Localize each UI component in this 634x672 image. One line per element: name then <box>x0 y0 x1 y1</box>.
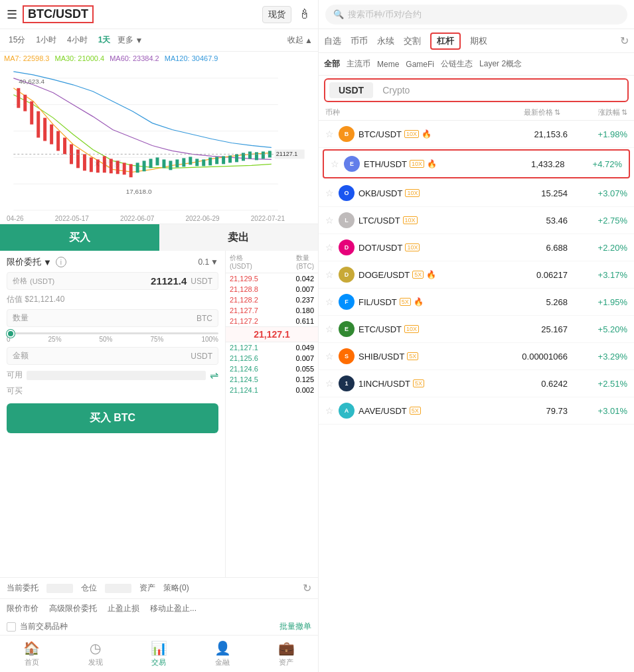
market-item-shib[interactable]: ☆ S SHIB/USDT 5X 0.00001066 +3.29% <box>319 343 634 370</box>
tf-1d[interactable]: 1天 <box>95 33 114 47</box>
star-icon-eth[interactable]: ☆ <box>331 159 341 169</box>
star-icon-ltc[interactable]: ☆ <box>325 215 336 226</box>
right-panel: 🔍 搜索币种/币对/合约 自选 币币 永续 交割 杠杆 期权 ↻ 全部 主流币 … <box>319 0 634 672</box>
cat-tab-spot[interactable]: 币币 <box>351 35 368 47</box>
sub-tab-tpsl[interactable]: 止盈止损 <box>108 603 139 614</box>
ob-bid-4[interactable]: 21,124.1 0.002 <box>226 385 318 395</box>
ob-ask-0[interactable]: 21,129.5 0.042 <box>226 273 318 284</box>
batch-cancel-button[interactable]: 批量撤单 <box>279 621 311 632</box>
sub-tab-limit[interactable]: 限价市价 <box>7 603 39 614</box>
sort-change-icon[interactable]: ⇅ <box>621 108 627 117</box>
ob-bid-1[interactable]: 21,125.6 0.007 <box>226 353 318 364</box>
coin-price-1inch: 0.6242 <box>478 379 568 389</box>
nav-finance[interactable]: 👤 金融 <box>191 640 254 667</box>
filter-meme[interactable]: Meme <box>377 60 399 69</box>
star-icon-shib[interactable]: ☆ <box>325 351 336 362</box>
star-icon-fil[interactable]: ☆ <box>325 297 336 307</box>
tf-collapse[interactable]: 收起 ▲ <box>287 34 313 46</box>
filter-gamefi[interactable]: GameFi <box>406 60 434 69</box>
transfer-icon[interactable]: ⇌ <box>210 369 218 381</box>
filter-layer2[interactable]: Layer 2概念 <box>479 58 522 70</box>
star-icon-btc[interactable]: ☆ <box>325 129 336 139</box>
amount-input[interactable]: 金额 USDT <box>7 347 218 365</box>
cat-tab-delivery[interactable]: 交割 <box>404 35 421 47</box>
filter-mainstream[interactable]: 主流币 <box>347 58 370 70</box>
nav-discover[interactable]: ◷ 发现 <box>64 640 127 667</box>
star-icon-dot[interactable]: ☆ <box>325 242 336 253</box>
slider-track[interactable] <box>7 332 218 334</box>
star-icon-1inch[interactable]: ☆ <box>325 378 336 389</box>
ob-ask-1[interactable]: 21,128.8 0.007 <box>226 284 318 295</box>
tab-current-orders[interactable]: 当前委托 <box>7 582 39 594</box>
pair-title[interactable]: BTC/USDT <box>23 5 94 23</box>
cur-tab-crypto[interactable]: Crypto <box>373 82 419 98</box>
buy-sell-tabs: 买入 卖出 <box>0 224 318 251</box>
current-symbol-checkbox[interactable] <box>7 622 16 632</box>
info-icon[interactable]: i <box>56 257 66 267</box>
menu-icon[interactable]: ☰ <box>7 7 17 22</box>
size-select[interactable]: 0.1 ▼ <box>198 257 218 267</box>
filter-all[interactable]: 全部 <box>324 58 340 70</box>
qty-input[interactable]: 数量 BTC <box>7 309 218 327</box>
sub-tab-advanced[interactable]: 高级限价委托 <box>49 603 97 614</box>
market-item-eth[interactable]: ☆ E ETH/USDT 10X 🔥 1,433.28 +4.72% <box>323 149 630 178</box>
coin-info-fil: FIL/USDT 5X 🔥 <box>358 297 478 307</box>
tab-assets[interactable]: 资产 <box>139 582 155 594</box>
star-icon-etc[interactable]: ☆ <box>325 324 336 334</box>
market-item-fil[interactable]: ☆ F FIL/USDT 5X 🔥 5.268 +1.95% <box>319 289 634 316</box>
tab-position[interactable]: 仓位 <box>81 582 97 594</box>
nav-trade[interactable]: 📊 交易 <box>127 640 191 667</box>
ob-ask-4[interactable]: 21,127.2 0.611 <box>226 316 318 326</box>
candle-icon[interactable]: 🕯 <box>298 7 311 22</box>
cat-tab-watchlist[interactable]: 自选 <box>324 35 341 47</box>
coin-price-aave: 79.73 <box>478 406 568 416</box>
svg-rect-25 <box>143 161 146 171</box>
market-item-1inch[interactable]: ☆ 1 1INCH/USDT 5X 0.6242 +2.51% <box>319 370 634 397</box>
slider-thumb[interactable] <box>7 330 15 338</box>
order-type-select[interactable]: 限价委托 ▼ <box>7 256 52 268</box>
ob-ask-2[interactable]: 21,128.2 0.237 <box>226 295 318 305</box>
coin-info-shib: SHIB/USDT 5X <box>358 352 478 362</box>
coin-info-okb: OKB/USDT 10X <box>358 188 478 198</box>
star-icon-okb[interactable]: ☆ <box>325 188 336 198</box>
nav-assets[interactable]: 💼 资产 <box>254 640 318 667</box>
ob-bid-2[interactable]: 21,124.6 0.055 <box>226 364 318 374</box>
market-item-aave[interactable]: ☆ A AAVE/USDT 5X 79.73 +3.01% <box>319 397 634 425</box>
cat-tab-leverage[interactable]: 杠杆 <box>430 33 461 50</box>
market-item-dot[interactable]: ☆ D DOT/USDT 10X 6.688 +2.20% <box>319 234 634 261</box>
cat-tab-perpetual[interactable]: 永续 <box>377 35 394 47</box>
sort-price-icon[interactable]: ⇅ <box>554 108 560 117</box>
cur-tab-usdt[interactable]: USDT <box>329 82 373 98</box>
ob-ask-3[interactable]: 21,127.7 0.180 <box>226 305 318 316</box>
market-item-btc[interactable]: ☆ B BTC/USDT 10X 🔥 21,153.6 +1.98% <box>319 121 634 148</box>
tab-strategy[interactable]: 策略(0) <box>163 582 189 594</box>
sub-tab-trailing[interactable]: 移动止盈止... <box>150 603 197 614</box>
market-item-doge[interactable]: ☆ D DOGE/USDT 5X 🔥 0.06217 +3.17% <box>319 261 634 289</box>
star-icon-doge[interactable]: ☆ <box>325 269 336 280</box>
buy-button[interactable]: 买入 BTC <box>7 403 218 433</box>
cat-tab-options[interactable]: 期权 <box>470 35 487 47</box>
buy-tab[interactable]: 买入 <box>0 224 159 251</box>
market-item-etc[interactable]: ☆ E ETC/USDT 10X 25.167 +5.20% <box>319 316 634 343</box>
nav-home[interactable]: 🏠 首页 <box>0 640 64 667</box>
search-input[interactable]: 🔍 搜索币种/币对/合约 <box>325 5 627 25</box>
spot-button[interactable]: 现货 <box>262 6 291 23</box>
ob-bid-0[interactable]: 21,127.1 0.049 <box>226 342 318 353</box>
order-type-row: 限价委托 ▼ i 0.1 ▼ <box>7 256 218 268</box>
sell-tab[interactable]: 卖出 <box>159 224 319 251</box>
ob-bid-3[interactable]: 21,124.5 0.125 <box>226 374 318 385</box>
refresh-icon[interactable]: ↻ <box>620 34 629 47</box>
market-item-ltc[interactable]: ☆ L LTC/USDT 10X 53.46 +2.75% <box>319 207 634 234</box>
tf-more[interactable]: 更多 ▼ <box>118 34 143 46</box>
market-item-okb[interactable]: ☆ O OKB/USDT 10X 15.254 +3.07% <box>319 180 634 207</box>
price-input[interactable]: 价格 (USDT) 21121.4 USDT <box>7 272 218 290</box>
tf-4h[interactable]: 4小时 <box>64 33 91 47</box>
refresh-orders-icon[interactable]: ↻ <box>303 582 311 594</box>
star-icon-aave[interactable]: ☆ <box>325 405 336 416</box>
tf-1h[interactable]: 1小时 <box>33 33 60 47</box>
tf-15min[interactable]: 15分 <box>5 33 29 47</box>
chart-area[interactable]: MA7: 22598.3 MA30: 21000.4 MA60: 23384.2… <box>0 52 318 224</box>
ma7-label: MA7: 22598.3 <box>4 54 50 62</box>
filter-chain[interactable]: 公链生态 <box>441 58 473 70</box>
ob-mid-price[interactable]: 21,127.1 <box>226 326 318 342</box>
